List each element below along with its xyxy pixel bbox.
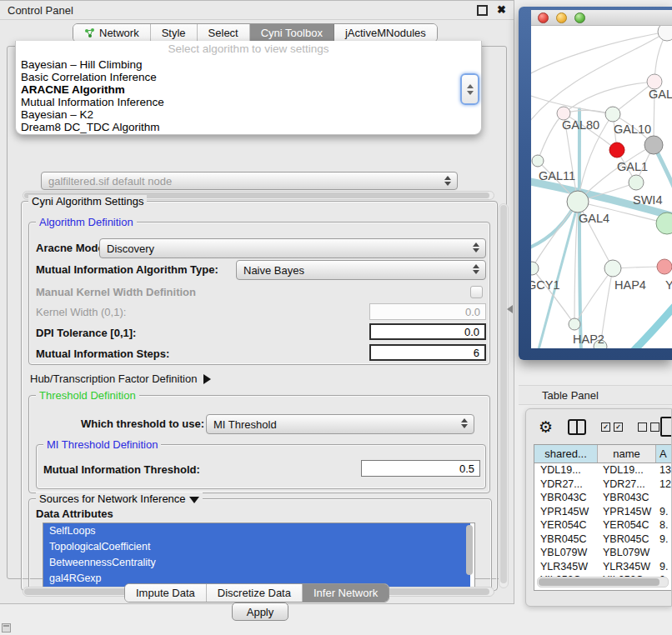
gear-icon[interactable]: ⚙	[539, 419, 553, 435]
minimize-traffic-light[interactable]	[556, 12, 567, 23]
table-panel-titlebar[interactable]: Table Panel	[519, 385, 672, 405]
network-edge[interactable]	[532, 202, 578, 268]
tab-jactivemnodules[interactable]: jActiveMNodules	[334, 24, 437, 42]
algorithm-option-basic-correlation-inference[interactable]: Basic Correlation Inference	[16, 71, 481, 83]
which-threshold-combo[interactable]: MI Threshold	[206, 414, 474, 434]
attribute-item-topologicalcoefficient[interactable]: TopologicalCoefficient	[43, 539, 470, 555]
column-split-icon[interactable]	[568, 419, 586, 435]
mi-steps-label: Mutual Information Steps:	[36, 348, 169, 360]
algorithm-option-bayesian-k2[interactable]: Bayesian – K2	[16, 108, 481, 121]
attributes-vscrollbar[interactable]	[465, 524, 474, 586]
collapse-down-icon[interactable]	[189, 497, 199, 503]
close-icon[interactable]: ✖	[497, 6, 506, 14]
column-header-partial[interactable]: A	[656, 445, 671, 462]
node-label-hap4: HAP4	[614, 278, 646, 292]
network-edge[interactable]	[531, 32, 667, 76]
table-cell: 8.	[656, 519, 671, 531]
zoom-traffic-light[interactable]	[574, 12, 585, 23]
network-edge[interactable]	[579, 109, 581, 348]
combo-stepper-icon	[473, 264, 479, 274]
network-edge[interactable]	[531, 202, 576, 249]
algorithm-dropdown-popup: Select algorithm to view settings Bayesi…	[15, 41, 482, 135]
algorithm-option-dream8-dc-tdc-algorithm[interactable]: Dream8 DC_TDC Algorithm	[16, 121, 481, 133]
column-header-shared-name[interactable]: shared...	[534, 445, 598, 462]
node-gal11[interactable]	[532, 155, 544, 167]
table-toolbar: ⚙ ✓✓	[526, 409, 671, 444]
vscrollbar-thumb[interactable]	[500, 205, 507, 583]
tab-impute-data[interactable]: Impute Data	[125, 584, 207, 602]
network-selector-combo[interactable]: galfiltered.sif default node	[41, 172, 458, 190]
column-header-name[interactable]: name	[598, 445, 656, 462]
select-all-checks-icon[interactable]: ✓✓	[601, 422, 623, 432]
network-edge[interactable]	[629, 302, 672, 348]
table-row[interactable]: YER054CYER054C8.	[534, 518, 671, 532]
tab-infer-network[interactable]: Infer Network	[303, 584, 389, 602]
tab-cyni-toolbox[interactable]: Cyni Toolbox	[250, 24, 334, 42]
table-hscrollbar[interactable]	[537, 577, 669, 588]
apply-button[interactable]: Apply	[232, 602, 288, 621]
network-canvas[interactable]: GALGAL80GAL10GAL1GAL11SWI4GAL4GCY1HAP4YH…	[531, 26, 672, 348]
node-gal10[interactable]	[605, 107, 620, 122]
control-panel-title: Control Panel	[8, 4, 73, 17]
document-icon[interactable]	[660, 417, 672, 437]
table-row[interactable]: YBL079WYBL079W	[534, 546, 671, 560]
node-hap2[interactable]	[569, 318, 580, 330]
node-gray[interactable]	[644, 136, 663, 154]
tab-discretize-data[interactable]: Discretize Data	[207, 584, 303, 602]
kernel-width-label: Kernel Width (0,1):	[36, 306, 126, 318]
algorithm-option-aracne-algorithm[interactable]: ARACNE Algorithm	[16, 83, 481, 96]
table-cell: 13	[656, 464, 671, 476]
table-cell: YDL19...	[598, 464, 656, 476]
hscrollbar-thumb[interactable]	[539, 578, 659, 586]
node-label-gal: GAL	[649, 88, 672, 101]
tab-network[interactable]: Network	[73, 24, 151, 42]
manual-kernel-checkbox[interactable]	[470, 286, 483, 298]
network-edge[interactable]	[538, 113, 564, 161]
table-cell: YDL19...	[534, 464, 598, 476]
minimized-panel-icon[interactable]	[2, 623, 11, 632]
table-row[interactable]: YDR27...YDR27...12	[534, 478, 671, 492]
table-cell: 12	[656, 478, 671, 490]
settings-vscrollbar[interactable]	[499, 203, 509, 588]
hub-definition-toggle[interactable]: Hub/Transcription Factor Definition	[30, 372, 211, 385]
mi-type-combo[interactable]: Naive Bayes	[236, 260, 486, 280]
node-gal1[interactable]	[609, 142, 624, 158]
table-row[interactable]: YPR145WYPR145W9.	[534, 505, 671, 519]
panel-divider-arrow[interactable]	[503, 305, 513, 313]
aracne-mode-combo[interactable]: Discovery	[99, 238, 486, 258]
table-row[interactable]: YBR043CYBR043C	[534, 491, 671, 505]
table-row[interactable]: YLR345WYLR345W9.	[534, 560, 671, 574]
attribute-item-betweennesscentrality[interactable]: BetweennessCentrality	[43, 555, 470, 571]
vscrollbar-thumb[interactable]	[466, 525, 473, 575]
kernel-width-input[interactable]	[369, 303, 486, 320]
node-gal4[interactable]	[567, 191, 589, 212]
network-edge[interactable]	[574, 202, 578, 324]
node-hap4[interactable]	[604, 260, 621, 277]
control-panel-titlebar[interactable]: Control Panel ✖	[0, 1, 514, 20]
combo-stepper-icon	[473, 242, 479, 252]
node-gcy1[interactable]	[531, 262, 539, 275]
algorithm-option-mutual-information-inference[interactable]: Mutual Information Inference	[16, 96, 481, 108]
tab-style[interactable]: Style	[151, 24, 198, 42]
algorithm-option-bayesian-hill-climbing[interactable]: Bayesian – Hill Climbing	[16, 58, 481, 71]
attribute-item-selfloops[interactable]: SelfLoops	[43, 523, 470, 539]
dpi-tolerance-input[interactable]	[369, 323, 486, 340]
mi-threshold-input[interactable]	[361, 460, 480, 477]
data-attributes-list[interactable]: SelfLoopsTopologicalCoefficientBetweenne…	[43, 522, 475, 588]
node-y-partial[interactable]	[657, 259, 672, 274]
network-window-titlebar[interactable]	[531, 10, 672, 26]
deselect-all-checks-icon[interactable]	[638, 422, 659, 432]
focused-spinner-fragment[interactable]	[460, 73, 479, 105]
close-traffic-light[interactable]	[538, 12, 549, 23]
aracne-mode-value: Discovery	[107, 242, 154, 255]
mi-steps-input[interactable]	[369, 344, 486, 361]
node-top-partial[interactable]	[658, 26, 672, 41]
table-cell: YBL079W	[598, 547, 656, 558]
table-body: YDL19...YDL19...13YDR27...YDR27...12YBR0…	[534, 463, 671, 588]
table-row[interactable]: YBR045CYBR045C9.	[534, 532, 671, 547]
float-window-icon[interactable]	[477, 5, 488, 16]
node-swi4[interactable]	[629, 175, 644, 190]
tab-select[interactable]: Select	[198, 24, 250, 42]
node-label-y: Y	[665, 278, 672, 292]
table-row[interactable]: YDL19...YDL19...13	[534, 463, 671, 478]
